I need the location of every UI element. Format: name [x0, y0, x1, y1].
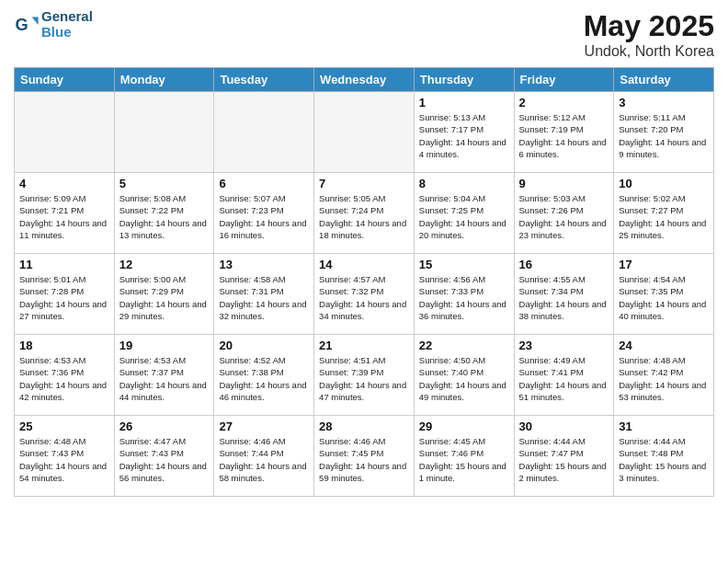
day-info: Sunrise: 5:05 AM Sunset: 7:24 PM Dayligh… [319, 192, 409, 241]
day-number: 25 [19, 419, 109, 433]
day-cell: 3Sunrise: 5:11 AM Sunset: 7:20 PM Daylig… [614, 92, 714, 173]
week-row-0: 1Sunrise: 5:13 AM Sunset: 7:17 PM Daylig… [15, 92, 714, 173]
day-number: 20 [219, 339, 309, 352]
day-info: Sunrise: 4:53 AM Sunset: 7:36 PM Dayligh… [19, 354, 109, 403]
day-cell: 1Sunrise: 5:13 AM Sunset: 7:17 PM Daylig… [414, 92, 514, 173]
day-info: Sunrise: 5:13 AM Sunset: 7:17 PM Dayligh… [419, 111, 509, 160]
day-cell: 29Sunrise: 4:45 AM Sunset: 7:46 PM Dayli… [414, 416, 514, 497]
day-info: Sunrise: 4:54 AM Sunset: 7:35 PM Dayligh… [619, 273, 709, 322]
day-info: Sunrise: 4:47 AM Sunset: 7:43 PM Dayligh… [119, 435, 210, 484]
day-cell: 23Sunrise: 4:49 AM Sunset: 7:41 PM Dayli… [514, 335, 614, 416]
day-number: 30 [519, 419, 609, 433]
day-number: 16 [519, 258, 609, 271]
day-number: 5 [119, 177, 210, 190]
day-number: 15 [419, 258, 509, 271]
svg-text:G: G [15, 15, 28, 33]
day-number: 14 [319, 258, 409, 271]
day-number: 10 [619, 177, 709, 190]
logo-line1: General [41, 9, 93, 25]
day-cell [314, 92, 415, 173]
day-cell: 16Sunrise: 4:55 AM Sunset: 7:34 PM Dayli… [514, 254, 614, 335]
day-cell: 26Sunrise: 4:47 AM Sunset: 7:43 PM Dayli… [114, 416, 214, 497]
day-cell: 8Sunrise: 5:04 AM Sunset: 7:25 PM Daylig… [414, 173, 514, 254]
day-info: Sunrise: 5:04 AM Sunset: 7:25 PM Dayligh… [419, 192, 509, 241]
logo-icon: G [14, 12, 40, 38]
dow-sunday: Sunday [15, 68, 115, 92]
day-cell: 10Sunrise: 5:02 AM Sunset: 7:27 PM Dayli… [614, 173, 714, 254]
day-info: Sunrise: 4:55 AM Sunset: 7:34 PM Dayligh… [519, 273, 609, 322]
day-info: Sunrise: 5:07 AM Sunset: 7:23 PM Dayligh… [219, 192, 309, 241]
dow-saturday: Saturday [614, 68, 714, 92]
day-info: Sunrise: 5:02 AM Sunset: 7:27 PM Dayligh… [619, 192, 709, 241]
day-cell: 4Sunrise: 5:09 AM Sunset: 7:21 PM Daylig… [15, 173, 115, 254]
logo-line2: Blue [41, 25, 93, 40]
day-info: Sunrise: 4:44 AM Sunset: 7:47 PM Dayligh… [519, 435, 609, 484]
day-number: 17 [619, 258, 709, 271]
dow-tuesday: Tuesday [214, 68, 314, 92]
day-info: Sunrise: 5:01 AM Sunset: 7:28 PM Dayligh… [19, 273, 109, 322]
location: Undok, North Korea [584, 43, 714, 60]
day-number: 28 [319, 419, 409, 433]
day-info: Sunrise: 4:48 AM Sunset: 7:43 PM Dayligh… [19, 435, 109, 484]
day-number: 19 [119, 339, 210, 352]
day-number: 21 [319, 339, 409, 352]
calendar: SundayMondayTuesdayWednesdayThursdayFrid… [14, 67, 714, 497]
day-number: 24 [619, 339, 709, 352]
day-cell: 19Sunrise: 4:53 AM Sunset: 7:37 PM Dayli… [114, 335, 214, 416]
week-row-2: 11Sunrise: 5:01 AM Sunset: 7:28 PM Dayli… [15, 254, 714, 335]
day-of-week-row: SundayMondayTuesdayWednesdayThursdayFrid… [15, 68, 714, 92]
day-info: Sunrise: 4:58 AM Sunset: 7:31 PM Dayligh… [219, 273, 309, 322]
day-info: Sunrise: 5:03 AM Sunset: 7:26 PM Dayligh… [519, 192, 609, 241]
day-cell: 9Sunrise: 5:03 AM Sunset: 7:26 PM Daylig… [514, 173, 614, 254]
day-cell: 21Sunrise: 4:51 AM Sunset: 7:39 PM Dayli… [314, 335, 415, 416]
day-cell: 18Sunrise: 4:53 AM Sunset: 7:36 PM Dayli… [15, 335, 115, 416]
day-number: 18 [19, 339, 109, 352]
day-cell: 22Sunrise: 4:50 AM Sunset: 7:40 PM Dayli… [414, 335, 514, 416]
day-number: 4 [19, 177, 109, 190]
day-cell: 20Sunrise: 4:52 AM Sunset: 7:38 PM Dayli… [214, 335, 314, 416]
day-number: 13 [219, 258, 309, 271]
day-cell: 15Sunrise: 4:56 AM Sunset: 7:33 PM Dayli… [414, 254, 514, 335]
day-info: Sunrise: 5:12 AM Sunset: 7:19 PM Dayligh… [519, 111, 609, 160]
day-info: Sunrise: 4:57 AM Sunset: 7:32 PM Dayligh… [319, 273, 409, 322]
day-info: Sunrise: 4:50 AM Sunset: 7:40 PM Dayligh… [419, 354, 509, 403]
day-info: Sunrise: 4:45 AM Sunset: 7:46 PM Dayligh… [419, 435, 509, 484]
day-cell: 25Sunrise: 4:48 AM Sunset: 7:43 PM Dayli… [15, 416, 115, 497]
day-cell: 12Sunrise: 5:00 AM Sunset: 7:29 PM Dayli… [114, 254, 214, 335]
day-number: 26 [119, 419, 210, 433]
page-header: G General Blue May 2025 Undok, North Kor… [14, 9, 714, 60]
day-cell: 2Sunrise: 5:12 AM Sunset: 7:19 PM Daylig… [514, 92, 614, 173]
day-cell: 11Sunrise: 5:01 AM Sunset: 7:28 PM Dayli… [15, 254, 115, 335]
day-info: Sunrise: 5:00 AM Sunset: 7:29 PM Dayligh… [119, 273, 210, 322]
dow-friday: Friday [514, 68, 614, 92]
day-info: Sunrise: 4:52 AM Sunset: 7:38 PM Dayligh… [219, 354, 309, 403]
day-cell: 14Sunrise: 4:57 AM Sunset: 7:32 PM Dayli… [314, 254, 415, 335]
day-number: 6 [219, 177, 309, 190]
day-info: Sunrise: 5:09 AM Sunset: 7:21 PM Dayligh… [19, 192, 109, 241]
day-info: Sunrise: 4:46 AM Sunset: 7:45 PM Dayligh… [319, 435, 409, 484]
day-number: 22 [419, 339, 509, 352]
day-info: Sunrise: 4:49 AM Sunset: 7:41 PM Dayligh… [519, 354, 609, 403]
day-number: 23 [519, 339, 609, 352]
day-cell: 31Sunrise: 4:44 AM Sunset: 7:48 PM Dayli… [614, 416, 714, 497]
dow-thursday: Thursday [414, 68, 514, 92]
dow-monday: Monday [114, 68, 214, 92]
day-cell: 28Sunrise: 4:46 AM Sunset: 7:45 PM Dayli… [314, 416, 415, 497]
day-cell: 5Sunrise: 5:08 AM Sunset: 7:22 PM Daylig… [114, 173, 214, 254]
svg-marker-1 [32, 17, 39, 24]
day-info: Sunrise: 5:08 AM Sunset: 7:22 PM Dayligh… [119, 192, 210, 241]
day-number: 11 [19, 258, 109, 271]
day-number: 9 [519, 177, 609, 190]
month-title: May 2025 [584, 9, 714, 43]
day-info: Sunrise: 4:56 AM Sunset: 7:33 PM Dayligh… [419, 273, 509, 322]
logo: G General Blue [14, 9, 93, 40]
title-block: May 2025 Undok, North Korea [584, 9, 714, 60]
day-cell: 6Sunrise: 5:07 AM Sunset: 7:23 PM Daylig… [214, 173, 314, 254]
day-cell [15, 92, 115, 173]
day-number: 29 [419, 419, 509, 433]
week-row-3: 18Sunrise: 4:53 AM Sunset: 7:36 PM Dayli… [15, 335, 714, 416]
day-number: 27 [219, 419, 309, 433]
day-cell: 27Sunrise: 4:46 AM Sunset: 7:44 PM Dayli… [214, 416, 314, 497]
week-row-1: 4Sunrise: 5:09 AM Sunset: 7:21 PM Daylig… [15, 173, 714, 254]
day-info: Sunrise: 4:48 AM Sunset: 7:42 PM Dayligh… [619, 354, 709, 403]
